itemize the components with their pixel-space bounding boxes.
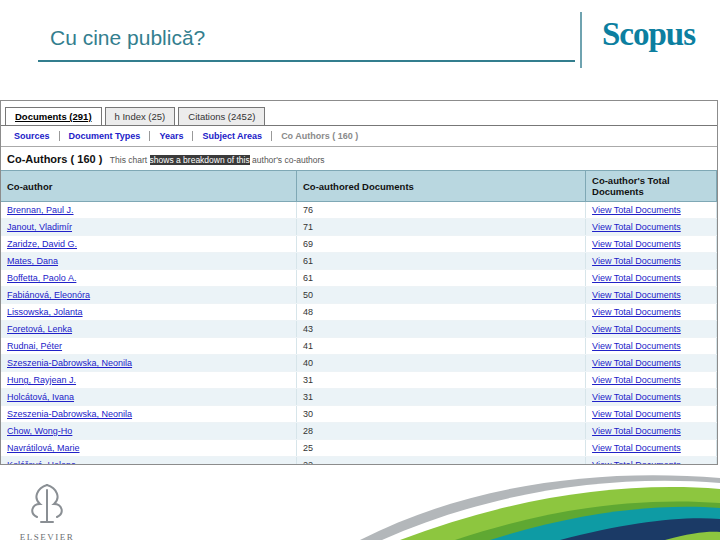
table-row: Hung, Rayjean J. 31 View Total Documents bbox=[1, 372, 717, 389]
coauthor-link[interactable]: Fabiánová, Eleonóra bbox=[7, 290, 90, 300]
table-row: Holcátová, Ivana 31 View Total Documents bbox=[1, 389, 717, 406]
view-total-link[interactable]: View Total Documents bbox=[592, 426, 681, 436]
view-total-link[interactable]: View Total Documents bbox=[592, 409, 681, 419]
view-total-link[interactable]: View Total Documents bbox=[592, 443, 681, 453]
coauthored-count: 48 bbox=[297, 304, 586, 321]
table-row: Navrátilová, Marie 25 View Total Documen… bbox=[1, 440, 717, 457]
table-row: Chow, Wong-Ho 28 View Total Documents bbox=[1, 423, 717, 440]
coauthor-link[interactable]: Mates, Dana bbox=[7, 256, 58, 266]
section-description: This chart shows a breakdown of this aut… bbox=[110, 155, 325, 165]
elsevier-logo: ELSEVIER bbox=[12, 482, 82, 540]
page-title: Cu cine publică? bbox=[50, 26, 205, 50]
coauthor-table-body: Brennan, Paul J. 76 View Total Documents… bbox=[1, 202, 717, 466]
coauthored-count: 41 bbox=[297, 338, 586, 355]
coauthored-count: 43 bbox=[297, 321, 586, 338]
coauthor-link[interactable]: Chow, Wong-Ho bbox=[7, 426, 72, 436]
table-row: Rudnai, Péter 41 View Total Documents bbox=[1, 338, 717, 355]
col-header-coauthored-documents: Co-authored Documents bbox=[297, 171, 586, 202]
table-row: Zaridze, David G. 69 View Total Document… bbox=[1, 236, 717, 253]
coauthored-count: 28 bbox=[297, 423, 586, 440]
section-title: Co-Authors ( 160 ) bbox=[7, 153, 102, 165]
title-underline bbox=[38, 60, 575, 62]
table-row: Szeszenia-Dabrowska, Neonila 30 View Tot… bbox=[1, 406, 717, 423]
subnav-co-authors: Co Authors ( 160 ) bbox=[272, 131, 367, 141]
coauthor-link[interactable]: Holcátová, Ivana bbox=[7, 392, 74, 402]
coauthored-count: 31 bbox=[297, 389, 586, 406]
table-row: Brennan, Paul J. 76 View Total Documents bbox=[1, 202, 717, 219]
col-header-total-documents: Co-author's Total Documents bbox=[586, 171, 717, 202]
coauthor-link[interactable]: Janout, Vladimír bbox=[7, 222, 72, 232]
view-total-link[interactable]: View Total Documents bbox=[592, 222, 681, 232]
table-header-row: Co-author Co-authored Documents Co-autho… bbox=[1, 171, 717, 202]
subnav-sources[interactable]: Sources bbox=[5, 131, 60, 141]
table-row: Boffetta, Paolo A. 61 View Total Documen… bbox=[1, 270, 717, 287]
view-total-link[interactable]: View Total Documents bbox=[592, 375, 681, 385]
header-divider bbox=[580, 12, 582, 68]
tab-bar: Documents (291) h Index (25) Citations (… bbox=[1, 101, 717, 126]
scopus-logo: Scopus bbox=[602, 16, 695, 53]
subnav-document-types[interactable]: Document Types bbox=[60, 131, 151, 141]
coauthor-link[interactable]: Lissowska, Jolanta bbox=[7, 307, 83, 317]
view-total-link[interactable]: View Total Documents bbox=[592, 290, 681, 300]
coauthor-table: Co-author Co-authored Documents Co-autho… bbox=[1, 170, 717, 465]
view-total-link[interactable]: View Total Documents bbox=[592, 358, 681, 368]
tab-h-index[interactable]: h Index (25) bbox=[105, 107, 176, 125]
table-row: Janout, Vladimír 71 View Total Documents bbox=[1, 219, 717, 236]
coauthored-count: 69 bbox=[297, 236, 586, 253]
table-row: Mates, Dana 61 View Total Documents bbox=[1, 253, 717, 270]
coauthored-count: 40 bbox=[297, 355, 586, 372]
coauthor-link[interactable]: Boffetta, Paolo A. bbox=[7, 273, 76, 283]
view-total-link[interactable]: View Total Documents bbox=[592, 460, 681, 465]
coauthored-count: 30 bbox=[297, 406, 586, 423]
view-total-link[interactable]: View Total Documents bbox=[592, 392, 681, 402]
view-total-link[interactable]: View Total Documents bbox=[592, 205, 681, 215]
subnav-years[interactable]: Years bbox=[150, 131, 193, 141]
coauthor-link[interactable]: Foretová, Lenka bbox=[7, 324, 72, 334]
coauthor-link[interactable]: Zaridze, David G. bbox=[7, 239, 77, 249]
desc-pre: This chart bbox=[110, 155, 150, 165]
coauthor-link[interactable]: Szeszenia-Dabrowska, Neonila bbox=[7, 409, 132, 419]
view-total-link[interactable]: View Total Documents bbox=[592, 307, 681, 317]
subnav-bar: Sources Document Types Years Subject Are… bbox=[1, 126, 717, 147]
desc-post: author's co-authors bbox=[250, 155, 325, 165]
coauthored-count: 61 bbox=[297, 270, 586, 287]
elsevier-tree-icon bbox=[21, 482, 73, 528]
coauthored-count: 71 bbox=[297, 219, 586, 236]
coauthor-link[interactable]: Rudnai, Péter bbox=[7, 341, 62, 351]
col-header-coauthor: Co-author bbox=[1, 171, 297, 202]
tab-documents[interactable]: Documents (291) bbox=[5, 107, 102, 125]
table-row: Fabiánová, Eleonóra 50 View Total Docume… bbox=[1, 287, 717, 304]
coauthor-link[interactable]: Kolářová, Helena bbox=[7, 460, 76, 465]
coauthor-link[interactable]: Navrátilová, Marie bbox=[7, 443, 80, 453]
coauthor-link[interactable]: Hung, Rayjean J. bbox=[7, 375, 76, 385]
coauthor-link[interactable]: Brennan, Paul J. bbox=[7, 205, 74, 215]
coauthored-count: 22 bbox=[297, 457, 586, 466]
coauthored-count: 25 bbox=[297, 440, 586, 457]
view-total-link[interactable]: View Total Documents bbox=[592, 256, 681, 266]
table-row: Kolářová, Helena 22 View Total Documents bbox=[1, 457, 717, 466]
view-total-link[interactable]: View Total Documents bbox=[592, 324, 681, 334]
elsevier-wordmark: ELSEVIER bbox=[12, 532, 82, 540]
view-total-link[interactable]: View Total Documents bbox=[592, 273, 681, 283]
view-total-link[interactable]: View Total Documents bbox=[592, 239, 681, 249]
tab-citations[interactable]: Citations (2452) bbox=[178, 107, 265, 125]
coauthored-count: 61 bbox=[297, 253, 586, 270]
scopus-screenshot-panel: Documents (291) h Index (25) Citations (… bbox=[0, 100, 718, 465]
coauthored-count: 31 bbox=[297, 372, 586, 389]
desc-highlighted-text: shows a breakdown of this bbox=[150, 155, 250, 165]
section-header: Co-Authors ( 160 ) This chart shows a br… bbox=[1, 147, 717, 170]
coauthored-count: 50 bbox=[297, 287, 586, 304]
coauthored-count: 76 bbox=[297, 202, 586, 219]
table-row: Szeszenia-Dabrowska, Neonila 40 View Tot… bbox=[1, 355, 717, 372]
subnav-subject-areas[interactable]: Subject Areas bbox=[193, 131, 272, 141]
table-row: Foretová, Lenka 43 View Total Documents bbox=[1, 321, 717, 338]
coauthor-link[interactable]: Szeszenia-Dabrowska, Neonila bbox=[7, 358, 132, 368]
table-row: Lissowska, Jolanta 48 View Total Documen… bbox=[1, 304, 717, 321]
view-total-link[interactable]: View Total Documents bbox=[592, 341, 681, 351]
swoosh-graphic bbox=[360, 470, 720, 540]
